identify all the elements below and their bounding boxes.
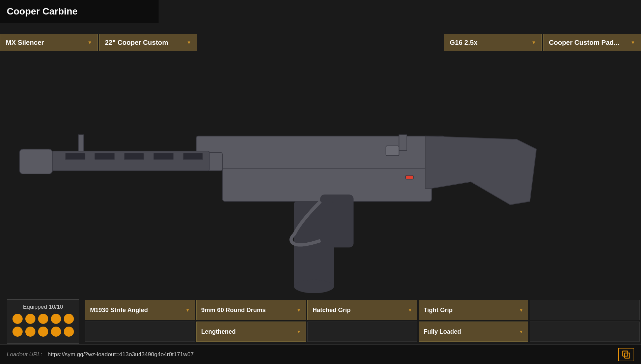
loadout-url-label: Loadout URL: xyxy=(7,351,42,358)
optic-dropdown[interactable]: G16 2.5x ▼ xyxy=(444,34,542,51)
empty-slot-3 xyxy=(307,322,417,342)
barrel-dropdown[interactable]: 22" Cooper Custom ▼ xyxy=(99,34,197,51)
dots-row-2 xyxy=(11,327,75,337)
bottom-attachments-grid: M1930 Strife Angled ▼ 9mm 60 Round Drums… xyxy=(84,297,641,344)
perk2-dropdown[interactable]: Fully Loaded ▼ xyxy=(419,322,529,342)
empty-slot-4 xyxy=(530,322,640,342)
stock-label: Cooper Custom Pad... xyxy=(549,39,627,47)
svg-rect-8 xyxy=(124,153,144,159)
dot-3 xyxy=(38,314,48,324)
svg-rect-7 xyxy=(95,153,114,159)
loadout-url-bar: Loadout URL: https://sym.gg/?wz-loadout=… xyxy=(0,344,641,364)
optic-label: G16 2.5x xyxy=(450,39,528,47)
svg-rect-19 xyxy=(623,351,628,356)
weapon-title: Cooper Carbine xyxy=(0,0,159,23)
svg-rect-17 xyxy=(386,146,399,156)
dots-row-1 xyxy=(11,314,75,324)
equipped-box: Equipped 10/10 xyxy=(7,299,79,344)
svg-rect-11 xyxy=(399,135,407,151)
svg-rect-18 xyxy=(624,353,630,358)
dot-8 xyxy=(38,327,48,337)
rear-grip-arrow: ▼ xyxy=(408,308,412,313)
magazine-label: 9mm 60 Round Drums xyxy=(201,307,294,314)
equipped-label: Equipped 10/10 xyxy=(11,304,75,310)
dot-2 xyxy=(25,314,35,324)
svg-point-15 xyxy=(294,280,333,293)
optic-arrow: ▼ xyxy=(531,40,536,45)
stock-dropdown[interactable]: Cooper Custom Pad... ▼ xyxy=(543,34,641,51)
dot-6 xyxy=(12,327,23,337)
top-left-attachments: MX Silencer ▼ 22" Cooper Custom ▼ xyxy=(0,34,197,51)
svg-rect-6 xyxy=(65,153,85,159)
gun-image xyxy=(0,54,641,297)
muzzle-dropdown[interactable]: MX Silencer ▼ xyxy=(0,34,98,51)
loadout-url-text[interactable]: https://sym.gg/?wz-loadout=413o3u43490g4… xyxy=(48,351,194,358)
dot-7 xyxy=(25,327,35,337)
ammo-type-label: Lengthened xyxy=(201,328,294,335)
svg-rect-1 xyxy=(196,136,445,169)
magazine-arrow: ▼ xyxy=(297,308,301,313)
svg-rect-9 xyxy=(154,153,173,159)
copy-button[interactable] xyxy=(618,348,634,361)
dot-4 xyxy=(51,314,61,324)
svg-rect-10 xyxy=(183,153,203,159)
underbarrel-dropdown[interactable]: M1930 Strife Angled ▼ xyxy=(85,300,195,320)
stock-arrow: ▼ xyxy=(631,40,635,45)
ammo-type-arrow: ▼ xyxy=(297,329,301,334)
muzzle-label: MX Silencer xyxy=(6,39,84,47)
magazine-dropdown[interactable]: 9mm 60 Round Drums ▼ xyxy=(196,300,306,320)
underbarrel-arrow: ▼ xyxy=(186,308,190,313)
perk1-dropdown[interactable]: Tight Grip ▼ xyxy=(419,300,529,320)
rear-grip-label: Hatched Grip xyxy=(312,307,405,314)
svg-marker-12 xyxy=(425,136,536,205)
perk1-label: Tight Grip xyxy=(424,307,517,314)
svg-rect-4 xyxy=(79,135,84,152)
svg-rect-16 xyxy=(406,175,413,179)
barrel-arrow: ▼ xyxy=(187,40,191,45)
rear-grip-dropdown[interactable]: Hatched Grip ▼ xyxy=(307,300,417,320)
underbarrel-label: M1930 Strife Angled xyxy=(90,307,183,314)
top-right-attachments: G16 2.5x ▼ Cooper Custom Pad... ▼ xyxy=(444,34,641,51)
dot-9 xyxy=(51,327,61,337)
dot-5 xyxy=(64,314,74,324)
gun-display-area xyxy=(0,54,641,297)
perk2-label: Fully Loaded xyxy=(424,328,517,335)
dot-1 xyxy=(12,314,23,324)
muzzle-arrow: ▼ xyxy=(87,40,92,45)
perk1-arrow: ▼ xyxy=(519,308,524,313)
perk2-arrow: ▼ xyxy=(519,329,524,334)
svg-rect-3 xyxy=(20,149,52,174)
empty-slot-1 xyxy=(530,300,640,320)
barrel-label: 22" Cooper Custom xyxy=(105,39,183,47)
empty-slot-underbarrel-2 xyxy=(85,322,195,342)
dot-10 xyxy=(64,327,74,337)
ammo-type-dropdown[interactable]: Lengthened ▼ xyxy=(196,322,306,342)
